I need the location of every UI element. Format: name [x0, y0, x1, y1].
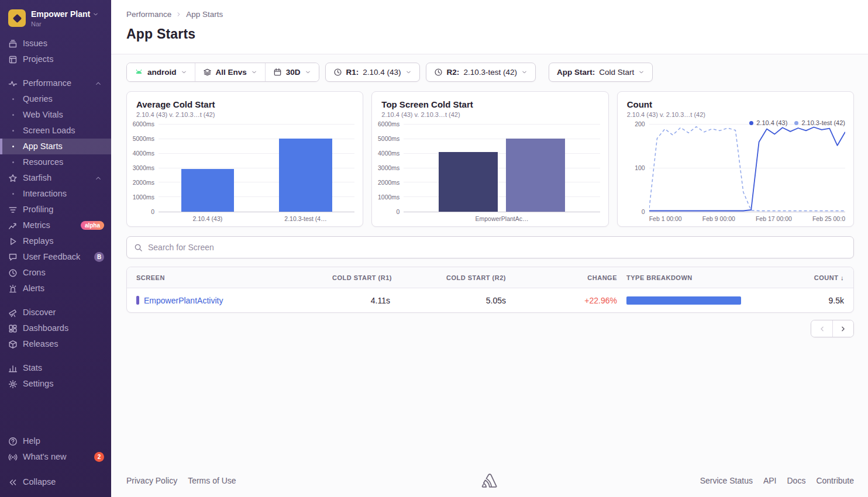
date-filter-button[interactable]: 30D [265, 63, 319, 81]
pagination [126, 320, 854, 337]
x-axis-label: 2.10.3-test (4… [284, 215, 326, 222]
chart-plot [404, 125, 600, 212]
sidebar-item-label: Performance [23, 78, 71, 88]
sidebar-item-alerts[interactable]: Alerts [0, 281, 111, 296]
bar [439, 152, 498, 212]
help-icon [8, 437, 18, 446]
y-tick-label: 3000ms [133, 164, 154, 171]
sidebar-item-metrics[interactable]: Metricsalpha [0, 218, 111, 233]
y-tick-label: 5000ms [133, 135, 154, 142]
screen-link[interactable]: EmpowerPlantActivity [144, 296, 223, 305]
previous-page-button[interactable] [811, 320, 832, 337]
footer-link-contribute[interactable]: Contribute [816, 476, 854, 485]
search-icon [134, 243, 143, 252]
column-header-cold-start-r2[interactable]: COLD START (R2) [395, 274, 511, 281]
page-title: App Starts [126, 26, 854, 42]
sidebar-item-replays[interactable]: Replays [0, 233, 111, 249]
screen-search [126, 236, 854, 258]
org-switcher[interactable]: Empower Plant Nar [0, 7, 111, 34]
pagination-group [811, 320, 854, 337]
screen-search-input[interactable] [148, 243, 846, 252]
sentry-logo-icon[interactable] [481, 473, 498, 489]
bullet-icon [8, 98, 18, 100]
sidebar-item-dashboards[interactable]: Dashboards [0, 320, 111, 336]
y-tick-label: 2000ms [133, 179, 154, 186]
column-header-screen[interactable]: SCREEN [132, 274, 328, 281]
bullet-icon [8, 161, 18, 163]
y-tick-label: 200 [635, 120, 645, 127]
crons-icon [8, 268, 18, 278]
release1-filter-button[interactable]: R1: 2.10.4 (43) [325, 63, 420, 82]
environment-filter-button[interactable]: All Envs [195, 63, 265, 81]
breakdown-bar[interactable] [626, 296, 741, 305]
legend-item[interactable]: 2.10.4 (43) [749, 119, 787, 126]
sidebar-item-what-s-new[interactable]: What's new2 [0, 449, 111, 465]
sidebar-item-label: Metrics [23, 220, 50, 230]
footer-link-api[interactable]: API [763, 476, 777, 485]
x-axis-label: 2.10.4 (43) [192, 215, 222, 222]
sidebar-item-screen-loads[interactable]: Screen Loads [0, 123, 111, 139]
sidebar-item-projects[interactable]: Projects [0, 51, 111, 67]
sidebar-item-profiling[interactable]: Profiling [0, 202, 111, 218]
sidebar-item-app-starts[interactable]: App Starts [0, 139, 111, 154]
y-tick-label: 100 [635, 164, 645, 171]
org-subtitle: Nar [31, 20, 99, 27]
sidebar-item-collapse[interactable]: Collapse [0, 474, 111, 490]
sidebar-item-resources[interactable]: Resources [0, 154, 111, 170]
column-header-change[interactable]: CHANGE [511, 274, 622, 281]
release1-value: 2.10.4 (43) [363, 68, 401, 77]
sidebar-item-interactions[interactable]: Interactions [0, 186, 111, 202]
y-tick-label: 4000ms [133, 150, 154, 157]
release2-filter-button[interactable]: R2: 2.10.3-test (42) [426, 63, 536, 82]
footer-link-terms-of-use[interactable]: Terms of Use [188, 476, 236, 485]
environment-filter-label: All Envs [216, 68, 247, 77]
y-tick-label: 0 [642, 208, 645, 215]
filter-bar: android All Envs 30D R1: 2.10.4 (43) [126, 63, 854, 82]
average-cold-start-bar-chart: 01000ms2000ms3000ms4000ms5000ms6000ms2.1… [132, 125, 354, 223]
column-header-cold-start-r1[interactable]: COLD START (R1) [328, 274, 395, 281]
bar [279, 139, 332, 212]
sidebar-item-user-feedback[interactable]: User FeedbackB [0, 249, 111, 265]
legend-item[interactable]: 2.10.3-test (42) [794, 119, 845, 126]
chevron-up-icon [95, 175, 104, 182]
breadcrumb-performance[interactable]: Performance [126, 10, 171, 19]
chart-title: Top Screen Cold Start [381, 99, 598, 109]
sidebar-item-label: Dashboards [23, 323, 68, 333]
sidebar-item-releases[interactable]: Releases [0, 336, 111, 352]
count-cell: 9.5k [773, 296, 849, 305]
project-filter-button[interactable]: android [127, 63, 195, 81]
x-axis-label: Feb 1 00:00 [649, 215, 682, 223]
legend-dot-icon [749, 121, 753, 125]
date-filter-label: 30D [286, 68, 301, 77]
footer-link-service-status[interactable]: Service Status [700, 476, 753, 485]
sidebar-item-label: What's new [23, 452, 67, 462]
column-header-type-breakdown[interactable]: TYPE BREAKDOWN [622, 274, 773, 281]
chart-subtitle: 2.10.4 (43) v. 2.10.3…t (42) [381, 111, 598, 118]
column-header-count[interactable]: COUNT ↓ [773, 274, 849, 281]
count-line-chart: 0100200Feb 1 00:00Feb 9 00:00Feb 17 00:0… [622, 125, 845, 223]
sidebar-footer: HelpWhat's new2Collapse [0, 433, 111, 490]
x-axis-labels: EmpowerPlantAc… [404, 212, 600, 223]
footer-link-docs[interactable]: Docs [787, 476, 806, 485]
sidebar-item-stats[interactable]: Stats [0, 360, 111, 376]
sidebar-item-queries[interactable]: Queries [0, 91, 111, 107]
footer-link-privacy-policy[interactable]: Privacy Policy [126, 476, 177, 485]
app-start-filter-button[interactable]: App Start: Cold Start [549, 63, 653, 82]
sidebar-item-performance[interactable]: Performance [0, 75, 111, 91]
sidebar-item-web-vitals[interactable]: Web Vitals [0, 107, 111, 123]
sidebar-item-label: Collapse [23, 477, 56, 487]
chevron-right-icon [175, 11, 182, 18]
chevron-down-icon [181, 69, 187, 75]
sidebar-item-help[interactable]: Help [0, 433, 111, 449]
feedback-icon [8, 253, 18, 262]
sidebar-item-settings[interactable]: Settings [0, 376, 111, 392]
page-footer: Privacy PolicyTerms of Use Service Statu… [111, 467, 868, 497]
next-page-button[interactable] [832, 320, 853, 337]
android-icon [135, 68, 143, 77]
whats-new-icon [8, 453, 18, 462]
sidebar-item-discover[interactable]: Discover [0, 305, 111, 320]
sidebar-item-crons[interactable]: Crons [0, 265, 111, 281]
type-breakdown-cell[interactable] [622, 296, 773, 305]
sidebar-item-issues[interactable]: Issues [0, 36, 111, 51]
sidebar-item-starfish[interactable]: Starfish [0, 170, 111, 186]
